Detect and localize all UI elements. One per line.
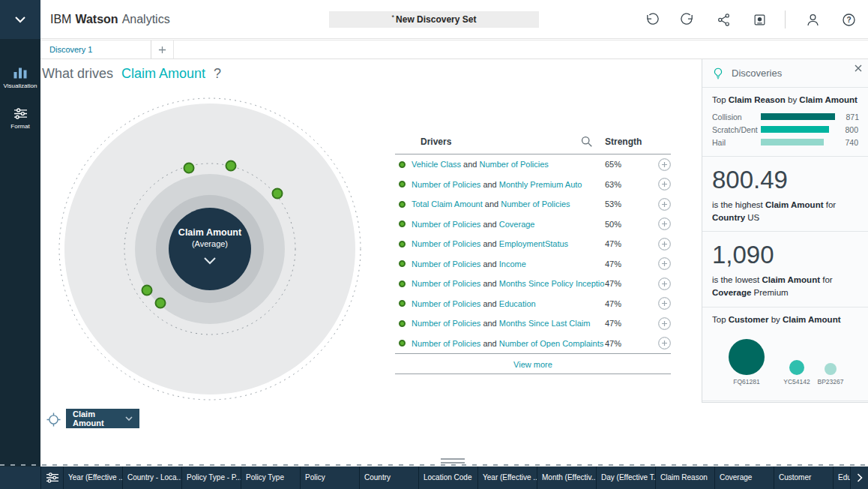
tray-column[interactable]: Policy Type [241, 466, 301, 489]
text-part: Claim Amount [799, 95, 858, 104]
driver-link[interactable]: Number of Policies [412, 220, 480, 229]
driver-strength: 63% [605, 180, 651, 189]
driver-link[interactable]: Number of Policies [412, 299, 480, 308]
add-driver-button[interactable] [651, 278, 671, 290]
chevron-down-icon [14, 16, 26, 23]
add-driver-button[interactable] [651, 238, 671, 250]
driver-link[interactable]: Education [499, 299, 536, 308]
claim-amount-dropdown[interactable]: Claim Amount [66, 409, 139, 428]
tray-column[interactable]: Country - Loca... [123, 466, 182, 489]
driver-link[interactable]: Number of Policies [480, 160, 549, 169]
search-button[interactable] [580, 135, 593, 148]
add-driver-button[interactable] [651, 218, 671, 230]
driver-link[interactable]: Number of Policies [501, 200, 570, 208]
sidebar-item-visualization[interactable]: Visualization [0, 66, 40, 108]
discovery-card[interactable]: 800.49is the highest Claim Amount for Co… [702, 157, 868, 232]
tray-column[interactable]: Policy [301, 466, 360, 489]
chevron-down-icon[interactable] [202, 256, 218, 265]
text-part: Customer [729, 315, 769, 324]
driver-link[interactable]: Number of Policies [412, 279, 480, 288]
add-driver-button[interactable] [651, 297, 671, 310]
insight-dot-icon [399, 320, 406, 327]
driver-link[interactable]: Months Since Policy Inception [499, 279, 605, 288]
tray-column[interactable]: Day (Effective T... [597, 466, 656, 489]
driver-strength: 53% [605, 200, 651, 208]
customer-bubble[interactable] [825, 363, 837, 375]
sidebar-item-format[interactable]: Format [0, 108, 40, 150]
discovery-set-title[interactable]: * New Discovery Set [329, 11, 539, 28]
driver-dot[interactable] [142, 286, 152, 296]
add-driver-button[interactable] [651, 198, 671, 211]
bar-value: 740 [837, 138, 858, 147]
help-button[interactable]: ? [840, 10, 858, 28]
app-menu-button[interactable] [0, 0, 40, 39]
claim-amount-dropdown-label: Claim Amount [73, 410, 125, 428]
drivers-rows: Vehicle Class and Number of Policies65%N… [395, 154, 671, 353]
sliders-icon [14, 108, 27, 119]
stat-description: is the lowest Claim Amount for Coverage … [712, 274, 858, 298]
account-button[interactable] [804, 10, 822, 28]
add-driver-button[interactable] [651, 257, 671, 270]
driver-link[interactable]: Income [499, 260, 526, 268]
add-circle-icon [658, 218, 671, 230]
tray-column[interactable]: Year (Effective ... [64, 466, 123, 489]
tray-column[interactable]: Coverage [715, 466, 774, 489]
driver-link[interactable]: Months Since Last Claim [499, 319, 591, 328]
customer-bubble[interactable] [729, 339, 765, 375]
add-driver-button[interactable] [651, 178, 671, 190]
add-driver-button[interactable] [651, 317, 671, 330]
driver-link[interactable]: Number of Open Complaints [499, 339, 603, 348]
share-button[interactable] [714, 10, 732, 28]
bubble-label: YC54142 [783, 378, 810, 386]
driver-strength: 47% [605, 319, 651, 328]
add-tab-button[interactable] [151, 40, 174, 58]
tray-scroll-right-button[interactable] [850, 466, 868, 489]
tray-column[interactable]: Customer [774, 466, 834, 489]
tray-column[interactable]: Country [360, 466, 419, 489]
discovery-card[interactable]: Top Claim Reason by Claim AmountCollisio… [702, 88, 868, 157]
driver-link[interactable]: Number of Policies [412, 180, 480, 189]
add-driver-button[interactable] [651, 158, 671, 171]
discoveries-panel: Discoveries Top Claim Reason by Claim Am… [702, 59, 868, 403]
driver-link[interactable]: Number of Policies [412, 260, 480, 268]
bar-row: Hail740 [712, 136, 858, 148]
tray-filter-button[interactable] [40, 466, 64, 489]
driver-link[interactable]: EmploymentStatus [499, 239, 568, 248]
view-more-link[interactable]: View more [395, 353, 671, 374]
undo-button[interactable] [642, 10, 660, 28]
target-circle[interactable] [169, 208, 251, 290]
tray-column[interactable]: Claim Reason [656, 466, 715, 489]
tray-column[interactable]: Policy Type - P... [182, 466, 241, 489]
driver-link[interactable]: Number of Policies [412, 339, 480, 348]
tab-discovery-1[interactable]: Discovery 1 [40, 40, 151, 58]
tray-column[interactable]: Month (Effectiv... [537, 466, 597, 489]
discovery-card[interactable]: Top Customer by Claim AmountFQ61281YC541… [702, 308, 868, 401]
target-selector-button[interactable] [46, 412, 61, 427]
bubble-chart[interactable]: FQ61281YC54142BP23267 [712, 330, 859, 390]
driver-dot[interactable] [273, 189, 283, 199]
driver-link[interactable]: Number of Policies [412, 239, 480, 248]
text-part: by [786, 95, 800, 104]
redo-button[interactable] [678, 10, 696, 28]
spiral-visualization[interactable] [40, 84, 379, 414]
driver-link[interactable]: Number of Policies [412, 319, 480, 328]
discovery-card[interactable]: 1,090is the lowest Claim Amount for Cove… [702, 232, 868, 307]
tray-column[interactable]: Location Code [419, 466, 478, 489]
driver-link[interactable]: Vehicle Class [412, 160, 461, 169]
driver-dot[interactable] [184, 164, 194, 173]
driver-dot[interactable] [156, 298, 166, 308]
close-discoveries-button[interactable] [855, 64, 862, 72]
collection-button[interactable] [750, 10, 768, 28]
stat-value: 1,090 [712, 241, 858, 269]
insight-dot-icon [399, 280, 406, 287]
question-target-link[interactable]: Claim Amount [121, 66, 205, 81]
driver-link[interactable]: Coverage [499, 220, 535, 229]
customer-bubble[interactable] [789, 360, 804, 375]
driver-link[interactable]: Total Claim Amount [412, 200, 483, 208]
add-circle-icon [658, 198, 671, 211]
driver-link[interactable]: Monthly Premium Auto [499, 180, 582, 189]
text-part: by [768, 315, 783, 324]
tray-column[interactable]: Year (Effective ... [478, 466, 537, 489]
driver-dot[interactable] [226, 161, 236, 171]
add-driver-button[interactable] [651, 337, 671, 350]
